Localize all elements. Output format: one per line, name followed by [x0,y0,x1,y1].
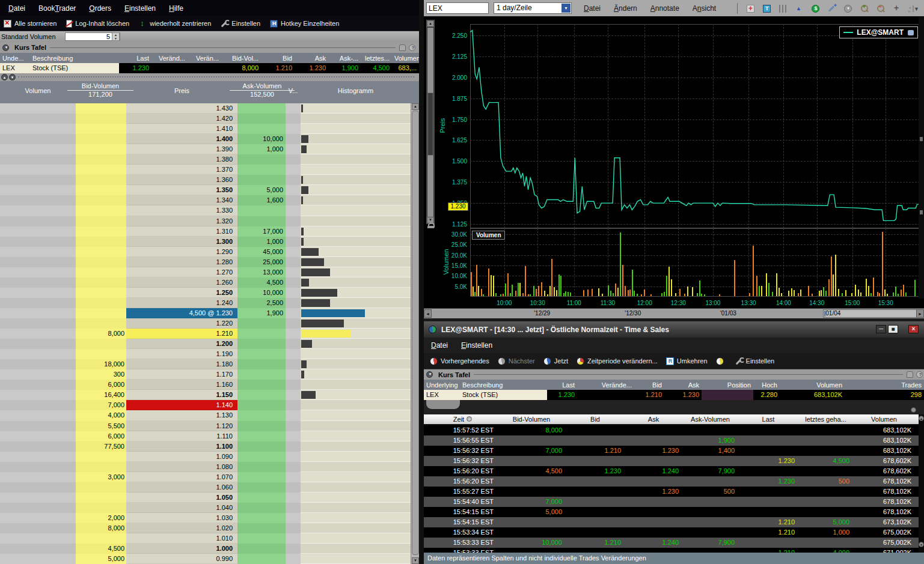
ladder-bid-cell[interactable]: 16,400 [76,390,126,400]
ladder-bid-cell[interactable] [76,452,126,462]
ladder-ask-cell[interactable]: 17,000 [237,226,286,237]
tns-quote-table-row[interactable]: LEXStock (TSE)1.2301.2101.2302.280683,10… [424,390,924,400]
scroll-icon[interactable] [911,407,916,413]
draw-menu-icon[interactable] [844,5,852,13]
sales-col-header[interactable]: Ask-Volumen [682,414,738,425]
wrench-icon[interactable] [221,20,228,28]
ladder-price-cell[interactable]: 1.000 [126,544,237,554]
ladder-bid-cell[interactable]: 8,000 [76,329,126,339]
ladder-price-cell[interactable]: 1.310 [126,226,237,237]
sales-col-header[interactable]: Ask [625,414,682,425]
scroll-left-arrow[interactable]: ◄ [424,309,432,318]
tns-toolbar-Umkehren[interactable]: Umkehren [666,357,708,365]
scroll-down-button[interactable]: ▼ [9,74,16,80]
ladder-bid-cell[interactable] [76,103,126,114]
ladder-bid-cell[interactable] [76,339,126,349]
ladder-price-cell[interactable]: 1.260 [126,277,237,288]
panel-divider[interactable] [419,0,424,564]
tns-toolbar-Einstellen[interactable]: Einstellen [735,357,775,365]
recenter-icon[interactable] [139,20,147,28]
price-icon[interactable] [812,5,819,13]
ladder-price-cell[interactable]: 1.320 [126,216,237,226]
ladder-bid-cell[interactable] [76,144,126,154]
help-icon[interactable] [409,44,415,51]
ladder-ask-cell[interactable] [237,114,286,124]
ladder-ask-cell[interactable]: 45,000 [237,247,286,257]
ladder-ask-cell[interactable] [237,513,286,523]
slider-track[interactable] [427,156,433,217]
ladder-ask-cell[interactable] [237,103,286,114]
ladder-ask-cell[interactable] [237,410,286,420]
ladder-price-cell[interactable]: 1.050 [126,493,237,503]
chevron-down-icon[interactable]: ▼ [561,4,571,13]
chart-horizontal-scrollbar[interactable]: ◄ '12/29'12/30'01/03|01/04 ► [424,308,924,318]
ladder-bid-cell[interactable] [76,318,126,329]
ladder-price-cell[interactable]: 1.410 [126,124,237,134]
chart-right-scrollbar[interactable] [919,17,924,299]
ladder-ask-cell[interactable] [237,329,286,339]
ladder-bid-cell[interactable]: 6,000 [76,380,126,390]
next-sphere-icon[interactable] [498,357,506,365]
ladder-price-cell[interactable]: 1.120 [126,421,237,431]
ladder-bid-cell[interactable]: 8,000 [76,523,126,533]
ladder-bid-cell[interactable] [76,298,126,308]
ladder-price-cell[interactable]: 1.380 [126,154,237,165]
ladder-price-cell[interactable]: 4,500 @ 1.230 [126,308,237,318]
ladder-price-cell[interactable]: 1.360 [126,175,237,185]
ladder-bid-cell[interactable] [76,462,126,472]
scrollbar-down-arrow[interactable]: ▼ [412,557,419,564]
ladder-ask-cell[interactable] [237,400,286,410]
ladder-bid-cell[interactable] [76,175,126,185]
sales-col-header[interactable]: Zeit [428,414,497,425]
ladder-bid-cell[interactable] [76,195,126,205]
ladder-price-cell[interactable]: 1.200 [126,339,237,349]
ladder-ask-cell[interactable]: 1,000 [237,144,286,154]
ladder-price-cell[interactable]: 1.070 [126,472,237,482]
ladder-ask-cell[interactable]: 10,000 [237,288,286,298]
drag-hand-icon[interactable] [908,30,914,35]
ladder-ask-cell[interactable] [237,380,286,390]
ladder-ask-cell[interactable] [237,533,286,544]
ladder-price-cell[interactable]: 1.210 [126,329,237,339]
chart-menu-ändern[interactable]: Ändern [609,2,646,14]
ladder-price-cell[interactable]: 1.420 [126,114,237,124]
ladder-bid-cell[interactable] [76,503,126,513]
ladder-price-cell[interactable]: 1.220 [126,318,237,329]
ladder-price-cell[interactable]: 1.180 [126,359,237,369]
scroll-right-arrow[interactable]: ► [916,309,924,318]
close-button[interactable]: × [908,325,919,333]
period-select[interactable]: 1 day/Zeile ▼ [494,2,572,14]
ladder-bid-cell[interactable] [76,257,126,267]
menu-einstellen[interactable]: Einstellen [120,2,164,14]
now-sphere-icon[interactable] [543,357,551,365]
ladder-ask-cell[interactable] [237,431,286,441]
ladder-bid-cell[interactable] [76,277,126,288]
toolbar-Log-Inhalt löschen[interactable]: Log-Inhalt löschen [66,20,129,28]
slider-up-arrow[interactable]: ▲ [427,20,434,27]
ladder-price-cell[interactable]: 1.290 [126,247,237,257]
period-sphere-icon[interactable] [577,357,584,365]
crosshair-icon[interactable] [893,5,901,13]
ladder-ask-cell[interactable] [237,205,286,216]
ladder-bid-cell[interactable]: 5,500 [76,421,126,431]
ladder-price-cell[interactable]: 1.140 [126,400,237,410]
ladder-bid-cell[interactable] [76,288,126,298]
sort-icon[interactable] [467,416,472,422]
chart-menu-annotate[interactable]: Annotate [646,2,688,14]
ladder-price-cell[interactable]: 1.330 [126,205,237,216]
scroll-nub[interactable] [920,137,923,141]
slider-track[interactable] [427,28,433,92]
ladder-ask-cell[interactable]: 25,000 [237,257,286,267]
ladder-price-cell[interactable]: 1.090 [126,452,237,462]
ladder-price-cell[interactable]: 1.060 [126,482,237,493]
ladder-bid-cell[interactable]: 18,000 [76,359,126,369]
ladder-price-cell[interactable]: 0.990 [126,554,237,564]
chart-menu-datei[interactable]: Datei [579,2,609,14]
ladder-bid-cell[interactable] [76,237,126,247]
ladder-ask-cell[interactable] [237,493,286,503]
ladder-price-cell[interactable]: 1.010 [126,533,237,544]
collapse-icon[interactable] [426,371,433,378]
ladder-bid-cell[interactable] [76,134,126,144]
ladder-ask-cell[interactable] [237,462,286,472]
hotkey-icon[interactable] [270,20,278,28]
